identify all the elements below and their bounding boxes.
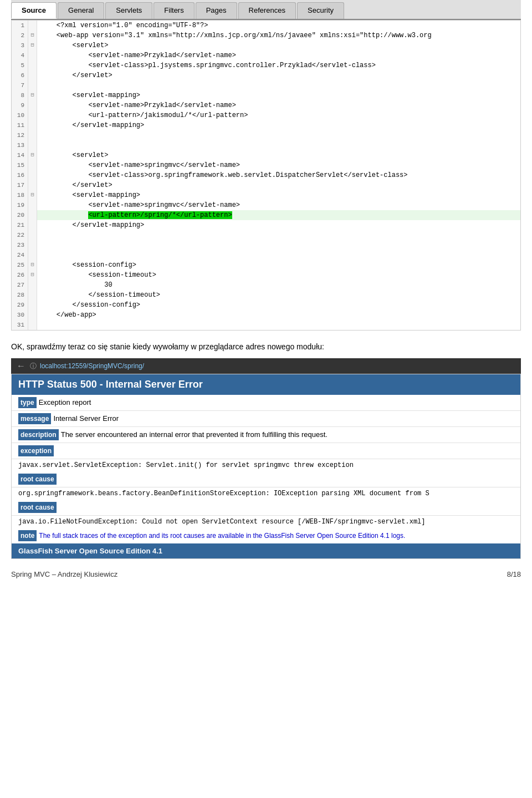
line-number: 26 <box>12 270 28 280</box>
code-line-15: 15 <servlet-name>springmvc</servlet-name… <box>12 160 520 170</box>
root-cause-label2: root cause <box>18 502 57 513</box>
line-number: 3 <box>12 40 28 50</box>
fold-icon <box>28 120 37 130</box>
description-row: descriptionThe server encountered an int… <box>12 427 520 443</box>
line-content: <servlet-class>org.springframework.web.s… <box>37 170 520 180</box>
exception-label: exception <box>18 445 54 456</box>
line-content <box>37 240 520 250</box>
line-number: 15 <box>12 160 28 170</box>
line-number: 12 <box>12 130 28 140</box>
line-number: 27 <box>12 280 28 290</box>
line-number: 8 <box>12 90 28 100</box>
tab-general[interactable]: General <box>58 2 104 19</box>
http-error-title-bar: HTTP Status 500 - Internal Server Error <box>12 374 520 395</box>
code-line-18: 18⊟ <servlet-mapping> <box>12 190 520 200</box>
code-line-21: 21 </servlet-mapping> <box>12 220 520 230</box>
type-row: typeException report <box>12 395 520 411</box>
code-line-5: 5 <servlet-class>pl.jsystems.springmvc.c… <box>12 60 520 70</box>
fold-icon <box>28 21 37 31</box>
fold-icon <box>28 140 37 150</box>
fold-icon <box>28 280 37 290</box>
http-error-page: HTTP Status 500 - Internal Server Error … <box>11 374 521 559</box>
line-number: 20 <box>12 210 28 220</box>
line-content <box>37 80 520 90</box>
code-line-10: 10 <url-pattern>/jakismodul/*</url-patte… <box>12 110 520 120</box>
fold-icon[interactable]: ⊟ <box>28 270 37 280</box>
fold-icon[interactable]: ⊟ <box>28 260 37 270</box>
fold-icon <box>28 210 37 220</box>
root-cause-value1: org.springframework.beans.factory.BeanDe… <box>12 487 520 500</box>
message-label: message <box>18 413 51 424</box>
line-content <box>37 140 520 150</box>
tab-references[interactable]: References <box>238 2 296 19</box>
fold-icon <box>28 200 37 210</box>
line-number: 9 <box>12 100 28 110</box>
fold-icon <box>28 320 37 330</box>
code-line-30: 30 </web-app> <box>12 310 520 320</box>
code-line-14: 14⊟ <servlet> <box>12 150 520 160</box>
fold-icon <box>28 250 37 260</box>
fold-icon <box>28 160 37 170</box>
line-content: <servlet-name>Przyklad</servlet-name> <box>37 100 520 110</box>
line-number: 1 <box>12 21 28 31</box>
fold-icon <box>28 100 37 110</box>
code-line-9: 9 <servlet-name>Przyklad</servlet-name> <box>12 100 520 110</box>
code-line-20: 20 <url-pattern>/spring/*</url-pattern> <box>12 210 520 220</box>
fold-icon <box>28 170 37 180</box>
tab-filters[interactable]: Filters <box>154 2 194 19</box>
fold-icon[interactable]: ⊟ <box>28 190 37 200</box>
footer-right: 8/18 <box>507 570 521 578</box>
http-error-footer: GlassFish Server Open Source Edition 4.1 <box>12 543 520 558</box>
http-error-body: typeException report messageInternal Ser… <box>12 395 520 543</box>
line-number: 19 <box>12 200 28 210</box>
tab-pages[interactable]: Pages <box>196 2 237 19</box>
fold-icon <box>28 50 37 60</box>
http-status-heading: HTTP Status 500 - Internal Server Error <box>18 379 514 390</box>
line-content <box>37 320 520 330</box>
line-number: 11 <box>12 120 28 130</box>
code-line-24: 24 <box>12 250 520 260</box>
line-content: <servlet-name>springmvc</servlet-name> <box>37 160 520 170</box>
line-content <box>37 130 520 140</box>
fold-icon <box>28 70 37 80</box>
line-content: <web-app version="3.1" xmlns="http://xml… <box>37 31 520 40</box>
note-value: The full stack traces of the exception a… <box>39 532 405 540</box>
description-value: The server encountered an internal error… <box>61 430 328 439</box>
root-cause-label-row2: root cause <box>12 500 520 516</box>
fold-icon <box>28 80 37 90</box>
line-content: <servlet-name>springmvc</servlet-name> <box>37 200 520 210</box>
fold-icon <box>28 290 37 300</box>
line-number: 5 <box>12 60 28 70</box>
fold-icon <box>28 300 37 310</box>
note-label: note <box>18 530 37 541</box>
fold-icon[interactable]: ⊟ <box>28 40 37 50</box>
line-content: <servlet-mapping> <box>37 90 520 100</box>
code-line-16: 16 <servlet-class>org.springframework.we… <box>12 170 520 180</box>
line-number: 24 <box>12 250 28 260</box>
tab-servlets[interactable]: Servlets <box>105 2 152 19</box>
code-line-26: 26⊟ <session-timeout> <box>12 270 520 280</box>
line-content: </session-config> <box>37 300 520 310</box>
tab-source[interactable]: Source <box>11 2 57 19</box>
line-number: 16 <box>12 170 28 180</box>
fold-icon <box>28 220 37 230</box>
exception-value: javax.servlet.ServletException: Servlet.… <box>12 459 520 471</box>
fold-icon[interactable]: ⊟ <box>28 90 37 100</box>
back-icon[interactable]: ← <box>17 361 25 371</box>
message-row: messageInternal Server Error <box>12 411 520 427</box>
fold-icon <box>28 180 37 190</box>
code-line-13: 13 <box>12 140 520 150</box>
root-cause-label-row1: root cause <box>12 471 520 487</box>
fold-icon[interactable]: ⊟ <box>28 31 37 40</box>
line-content: <session-timeout> <box>37 270 520 280</box>
fold-icon <box>28 310 37 320</box>
browser-url: localhost:12559/SpringMVC/spring/ <box>40 362 144 370</box>
fold-icon[interactable]: ⊟ <box>28 150 37 160</box>
line-content: <servlet-mapping> <box>37 190 520 200</box>
code-line-11: 11 </servlet-mapping> <box>12 120 520 130</box>
message-value: Internal Server Error <box>53 414 119 423</box>
highlighted-tag: <url-pattern>/spring/*</url-pattern> <box>88 211 232 219</box>
tab-security[interactable]: Security <box>297 2 344 19</box>
root-cause-label1: root cause <box>18 474 57 485</box>
line-content: </session-timeout> <box>37 290 520 300</box>
